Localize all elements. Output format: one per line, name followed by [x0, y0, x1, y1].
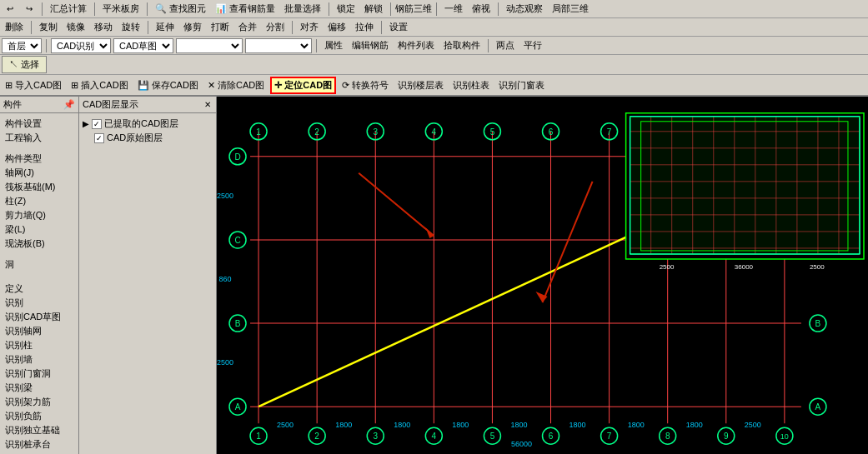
view-steel-button[interactable]: 📊 查看钢筋量	[212, 1, 278, 17]
select-button[interactable]: ↖ 选择	[2, 56, 47, 73]
svg-text:5: 5	[490, 432, 495, 441]
menu-item-wall-id[interactable]: 识别墙	[2, 352, 77, 367]
cad-identify-select[interactable]: CAD识别	[51, 38, 111, 53]
menu-item-axis-id[interactable]: 识别轴网	[2, 324, 77, 338]
merge-button[interactable]: 合并	[235, 19, 260, 35]
menu-item-slab[interactable]: 现浇板(B)	[2, 237, 77, 251]
menu-item-hole[interactable]: 洞	[2, 257, 77, 272]
break-button[interactable]: 打断	[208, 19, 233, 35]
svg-text:36000: 36000	[735, 263, 754, 271]
left-menu: 构件设置 工程输入 构件类型 轴网(J) 筏板基础(M) 柱(Z) 剪力墙(Q)…	[0, 113, 78, 454]
layer-label-extracted: 已提取的CAD图层	[104, 117, 178, 130]
lock-button[interactable]: 锁定	[334, 1, 359, 17]
svg-text:5: 5	[490, 127, 495, 137]
svg-text:2: 2	[314, 432, 319, 441]
menu-item-identify[interactable]: 识别	[2, 296, 77, 310]
convert-symbol-button[interactable]: ⟳ 转换符号	[339, 77, 392, 93]
stretch-button[interactable]: 拉伸	[352, 19, 377, 35]
menu-item-window-id[interactable]: 识别门窗洞	[2, 367, 77, 381]
one-d-button[interactable]: 一维	[441, 1, 466, 17]
top-view-button[interactable]: 俯视	[469, 1, 494, 17]
move-button[interactable]: 移动	[91, 19, 116, 35]
svg-text:1800: 1800	[510, 421, 527, 429]
floor-select[interactable]: 首层	[2, 38, 42, 53]
dynamic-obs-button[interactable]: 动态观察	[503, 1, 546, 17]
import-icon: ⊞	[5, 80, 13, 90]
extend-button[interactable]: 延伸	[153, 19, 178, 35]
pick-component-button[interactable]: 拾取构件	[440, 37, 484, 53]
separator3	[147, 2, 148, 16]
layer-checkbox-extracted[interactable]	[92, 119, 102, 129]
menu-item-type[interactable]: 构件类型	[2, 152, 77, 166]
layer-checkbox-original[interactable]	[94, 133, 104, 143]
trim-button[interactable]: 修剪	[180, 19, 205, 35]
svg-text:2: 2	[314, 127, 319, 137]
menu-item-axis[interactable]: 轴网(J)	[2, 166, 77, 180]
component-list-button[interactable]: 构件列表	[394, 37, 438, 53]
copy-button[interactable]: 复制	[36, 19, 61, 35]
unlock-button[interactable]: 解锁	[361, 1, 386, 17]
parallel-button[interactable]: 平行	[520, 37, 545, 53]
edit-rebar-button[interactable]: 编辑钢筋	[349, 37, 392, 53]
offset-button[interactable]: 偏移	[324, 19, 349, 35]
identify-window-button[interactable]: 识别门窗表	[495, 77, 548, 93]
clear-cad-button[interactable]: ✕ 清除CAD图	[204, 77, 268, 93]
layer-tree: ▶ 已提取的CAD图层 CAD原始图层	[79, 113, 216, 148]
menu-item-wall[interactable]: 剪力墙(Q)	[2, 208, 77, 222]
panel-close-button[interactable]: ✕	[203, 100, 213, 109]
two-point-button[interactable]: 两点	[493, 37, 518, 53]
identify-column-button[interactable]: 识别柱表	[449, 77, 493, 93]
menu-item-col-id[interactable]: 识别柱	[2, 338, 77, 352]
svg-text:4: 4	[432, 432, 437, 441]
layer-item-original[interactable]: CAD原始图层	[83, 131, 213, 145]
pin-icon[interactable]: 📌	[63, 99, 75, 110]
undo-redo-toolbar: ↩ ↪ 汇总计算 平米板房 🔍 查找图元 📊 查看钢筋量 批量选择 锁定 解锁 …	[0, 0, 868, 18]
menu-item-cad-draft[interactable]: 识别CAD草图	[2, 310, 77, 324]
canvas-area[interactable]: 1 2 3 4 5 6 7 8 9 10 1 2 3	[217, 97, 868, 454]
sep-op2	[148, 21, 148, 34]
menu-item-tension-id[interactable]: 识别架力筋	[2, 395, 77, 409]
extra-select2[interactable]	[245, 38, 312, 53]
svg-text:B: B	[235, 319, 241, 328]
menu-item-beam[interactable]: 梁(L)	[2, 222, 77, 237]
menu-item-neg-id[interactable]: 识别负筋	[2, 409, 77, 423]
find-elem-button[interactable]: 🔍 查找图元	[152, 1, 209, 17]
cad-file-toolbar: ⊞ 导入CAD图 ⊞ 插入CAD图 💾 保存CAD图 ✕ 清除CAD图 ✛ 定位…	[0, 75, 868, 97]
svg-text:8: 8	[665, 432, 670, 441]
extra-select1[interactable]	[176, 38, 243, 53]
redo-button[interactable]: ↪	[21, 2, 38, 17]
menu-item-beam-id[interactable]: 识别梁	[2, 381, 77, 395]
calc-button[interactable]: 汇总计算	[47, 1, 90, 17]
menu-item-column[interactable]: 柱(Z)	[2, 194, 77, 208]
settings-button[interactable]: 设置	[386, 19, 411, 35]
identify-floor-button[interactable]: 识别楼层表	[394, 77, 447, 93]
svg-text:860: 860	[218, 275, 231, 283]
layer-item-extracted[interactable]: ▶ 已提取的CAD图层	[83, 117, 213, 131]
locate-cad-button[interactable]: ✛ 定位CAD图	[270, 77, 336, 94]
align-button[interactable]: 对齐	[297, 19, 322, 35]
insert-cad-button[interactable]: ⊞ 插入CAD图	[68, 77, 131, 93]
batch-select-button[interactable]: 批量选择	[281, 1, 324, 17]
menu-item-define[interactable]: 定义	[2, 282, 77, 296]
undo-button[interactable]: ↩	[2, 2, 18, 17]
save-cad-button[interactable]: 💾 保存CAD图	[134, 77, 202, 93]
svg-text:2500: 2500	[277, 421, 294, 429]
menu-item-input[interactable]: 工程输入	[2, 131, 77, 145]
local-3d-button[interactable]: 局部三维	[549, 1, 592, 17]
split-button[interactable]: 分割	[263, 19, 288, 35]
menu-item-ind-base-id[interactable]: 识别独立基础	[2, 423, 77, 437]
import-cad-button[interactable]: ⊞ 导入CAD图	[2, 77, 65, 93]
delete-button[interactable]: 删除	[2, 19, 27, 35]
svg-text:A: A	[235, 402, 241, 412]
menu-item-raft[interactable]: 筏板基础(M)	[2, 180, 77, 194]
menu-item-settings[interactable]: 构件设置	[2, 117, 77, 131]
svg-text:1800: 1800	[686, 421, 703, 429]
mirror-button[interactable]: 镜像	[63, 19, 88, 35]
floorplan-button[interactable]: 平米板房	[99, 1, 143, 17]
svg-text:3: 3	[373, 127, 378, 137]
properties-button[interactable]: 属性	[321, 37, 346, 53]
cad-draft-select[interactable]: CAD草图	[113, 38, 173, 53]
rotate-button[interactable]: 旋转	[118, 19, 143, 35]
separator5	[390, 2, 391, 16]
menu-item-pile-id[interactable]: 识别桩承台	[2, 437, 77, 452]
